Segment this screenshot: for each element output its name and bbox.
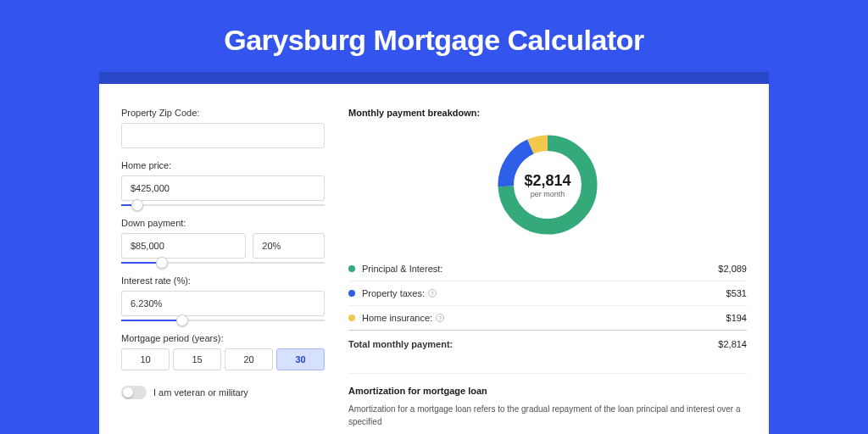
slider-thumb[interactable]	[176, 314, 188, 326]
donut-sub: per month	[531, 190, 565, 198]
home-price-label: Home price:	[121, 160, 325, 170]
home-price-input[interactable]	[121, 175, 325, 201]
legend-list: Principal & Interest:$2,089Property taxe…	[348, 257, 747, 330]
legend-row: Home insurance:?$194	[348, 305, 747, 330]
donut-wrap: $2,814 per month	[348, 130, 747, 240]
inputs-column: Property Zip Code: Home price: Down paym…	[121, 108, 325, 434]
veteran-toggle-row: I am veteran or military	[121, 386, 325, 399]
legend-row: Principal & Interest:$2,089	[348, 257, 747, 281]
slider-thumb[interactable]	[156, 257, 168, 269]
period-option-10[interactable]: 10	[121, 348, 170, 370]
interest-slider[interactable]	[121, 320, 325, 321]
veteran-toggle[interactable]	[121, 386, 147, 399]
legend-label: Property taxes:?	[362, 288, 726, 298]
period-label: Mortgage period (years):	[121, 333, 325, 343]
period-option-30[interactable]: 30	[276, 348, 325, 370]
period-option-15[interactable]: 15	[173, 348, 221, 370]
interest-group: Interest rate (%):	[121, 275, 325, 321]
legend-value: $531	[726, 288, 747, 298]
legend-label: Home insurance:?	[362, 313, 726, 323]
donut-chart: $2,814 per month	[492, 130, 603, 240]
page-title: Garysburg Mortgage Calculator	[224, 24, 644, 57]
info-icon[interactable]: ?	[436, 314, 444, 322]
breakdown-title: Monthly payment breakdown:	[348, 108, 747, 118]
home-price-group: Home price:	[121, 160, 325, 206]
zip-field-group: Property Zip Code:	[121, 108, 325, 148]
legend-dot	[348, 290, 355, 297]
slider-fill	[121, 320, 182, 321]
calculator-card: Property Zip Code: Home price: Down paym…	[99, 84, 769, 434]
breakdown-column: Monthly payment breakdown: $2,814 per mo…	[348, 108, 747, 434]
amortization-section: Amortization for mortgage loan Amortizat…	[348, 373, 747, 428]
amortization-text: Amortization for a mortgage loan refers …	[348, 403, 747, 428]
legend-dot	[348, 314, 355, 321]
legend-value: $2,089	[718, 264, 747, 274]
legend-value: $194	[726, 313, 747, 323]
period-option-20[interactable]: 20	[225, 348, 273, 370]
slider-thumb[interactable]	[131, 199, 143, 211]
total-row: Total monthly payment: $2,814	[348, 330, 747, 358]
total-value: $2,814	[718, 339, 747, 349]
veteran-label: I am veteran or military	[153, 387, 248, 398]
down-payment-group: Down payment:	[121, 218, 325, 264]
down-payment-label: Down payment:	[121, 218, 325, 228]
period-group: Mortgage period (years): 10152030	[121, 333, 325, 370]
card-shadow-wrap: Property Zip Code: Home price: Down paym…	[99, 72, 769, 434]
page-root: Garysburg Mortgage Calculator Property Z…	[0, 0, 868, 434]
legend-row: Property taxes:?$531	[348, 281, 747, 305]
legend-label: Principal & Interest:	[362, 264, 718, 274]
amortization-title: Amortization for mortgage loan	[348, 386, 747, 396]
legend-dot	[348, 265, 355, 272]
info-icon[interactable]: ?	[428, 289, 437, 298]
zip-input[interactable]	[121, 123, 325, 148]
donut-amount: $2,814	[524, 172, 570, 190]
interest-input[interactable]	[121, 291, 325, 316]
home-price-slider[interactable]	[121, 204, 325, 206]
down-payment-pct-input[interactable]	[253, 233, 325, 259]
down-payment-row	[121, 233, 325, 259]
period-options-row: 10152030	[121, 348, 325, 370]
down-payment-slider[interactable]	[121, 262, 325, 264]
zip-label: Property Zip Code:	[121, 108, 325, 118]
toggle-knob	[123, 387, 133, 398]
donut-center: $2,814 per month	[492, 130, 603, 240]
down-payment-input[interactable]	[121, 233, 246, 259]
interest-label: Interest rate (%):	[121, 275, 325, 286]
total-label: Total monthly payment:	[348, 339, 718, 349]
